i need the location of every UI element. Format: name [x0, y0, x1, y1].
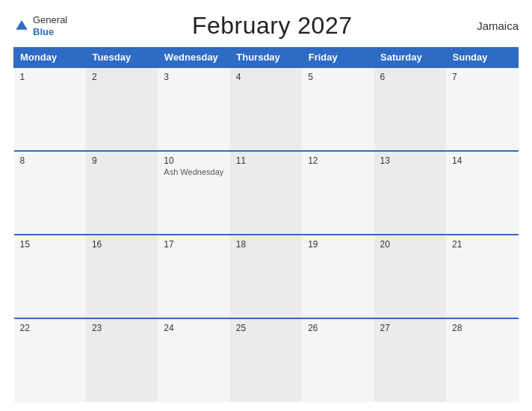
- calendar-header: General Blue February 2027 Jamaica: [13, 12, 519, 40]
- region-label: Jamaica: [477, 19, 519, 32]
- day-number: 23: [92, 323, 152, 333]
- logo: General Blue: [13, 14, 67, 37]
- calendar-title: February 2027: [192, 12, 353, 40]
- header-thursday: Thursday: [230, 48, 302, 68]
- calendar-week-row: 1234567: [14, 67, 519, 151]
- logo-blue-label: Blue: [33, 26, 67, 38]
- logo-text: General Blue: [33, 14, 67, 37]
- svg-marker-0: [16, 20, 28, 30]
- header-wednesday: Wednesday: [158, 48, 229, 68]
- calendar-page: General Blue February 2027 Jamaica Monda…: [0, 0, 532, 411]
- calendar-table: Monday Tuesday Wednesday Thursday Friday…: [13, 47, 519, 402]
- day-number: 17: [164, 239, 223, 250]
- day-number: 19: [308, 239, 368, 250]
- calendar-cell: 11: [230, 151, 302, 235]
- calendar-week-row: 8910Ash Wednesday11121314: [14, 151, 519, 235]
- calendar-cell: 16: [86, 235, 158, 318]
- calendar-cell: 5: [302, 67, 374, 151]
- calendar-cell: 15: [14, 235, 86, 318]
- day-number: 2: [92, 72, 152, 82]
- day-number: 24: [164, 323, 223, 333]
- calendar-cell: 6: [374, 67, 446, 151]
- calendar-cell: 1: [14, 67, 86, 151]
- day-number: 11: [236, 155, 296, 166]
- calendar-cell: 8: [14, 151, 86, 235]
- day-number: 4: [236, 72, 296, 82]
- calendar-cell: 21: [446, 235, 518, 318]
- day-number: 16: [92, 239, 152, 250]
- day-number: 6: [380, 72, 440, 82]
- calendar-cell: 24: [158, 318, 229, 402]
- header-sunday: Sunday: [446, 48, 518, 68]
- day-number: 27: [380, 323, 440, 333]
- calendar-cell: 3: [158, 67, 229, 151]
- day-number: 10: [164, 155, 223, 166]
- day-number: 22: [20, 323, 80, 333]
- calendar-cell: 27: [374, 318, 446, 402]
- calendar-cell: 12: [302, 151, 374, 235]
- day-number: 20: [380, 239, 440, 250]
- day-number: 12: [308, 155, 368, 166]
- calendar-cell: 13: [374, 151, 446, 235]
- day-number: 15: [20, 239, 80, 250]
- calendar-week-row: 15161718192021: [14, 235, 519, 318]
- day-number: 14: [452, 155, 512, 166]
- day-number: 13: [380, 155, 440, 166]
- calendar-cell: 28: [446, 318, 518, 402]
- calendar-cell: 19: [302, 235, 374, 318]
- calendar-cell: 26: [302, 318, 374, 402]
- calendar-cell: 17: [158, 235, 229, 318]
- day-number: 5: [308, 72, 368, 82]
- day-number: 9: [92, 155, 152, 166]
- calendar-week-row: 22232425262728: [14, 318, 519, 402]
- header-monday: Monday: [14, 48, 86, 68]
- calendar-cell: 9: [86, 151, 158, 235]
- header-friday: Friday: [302, 48, 374, 68]
- day-number: 21: [452, 239, 512, 250]
- calendar-cell: 25: [230, 318, 302, 402]
- calendar-cell: 20: [374, 235, 446, 318]
- day-number: 18: [236, 239, 296, 250]
- day-number: 28: [452, 323, 512, 333]
- event-label: Ash Wednesday: [164, 167, 223, 176]
- calendar-cell: 2: [86, 67, 158, 151]
- logo-icon: [13, 18, 30, 34]
- days-header-row: Monday Tuesday Wednesday Thursday Friday…: [14, 48, 519, 68]
- header-saturday: Saturday: [374, 48, 446, 68]
- calendar-cell: 10Ash Wednesday: [158, 151, 229, 235]
- calendar-cell: 7: [446, 67, 518, 151]
- calendar-cell: 4: [230, 67, 302, 151]
- calendar-cell: 14: [446, 151, 518, 235]
- day-number: 1: [20, 72, 80, 82]
- header-tuesday: Tuesday: [86, 48, 158, 68]
- calendar-cell: 22: [14, 318, 86, 402]
- day-number: 7: [452, 72, 512, 82]
- day-number: 26: [308, 323, 368, 333]
- day-number: 25: [236, 323, 296, 333]
- calendar-body: 12345678910Ash Wednesday1112131415161718…: [14, 67, 519, 402]
- day-number: 3: [164, 72, 223, 82]
- logo-general-label: General: [33, 14, 67, 26]
- calendar-cell: 23: [86, 318, 158, 402]
- day-number: 8: [20, 155, 80, 166]
- calendar-cell: 18: [230, 235, 302, 318]
